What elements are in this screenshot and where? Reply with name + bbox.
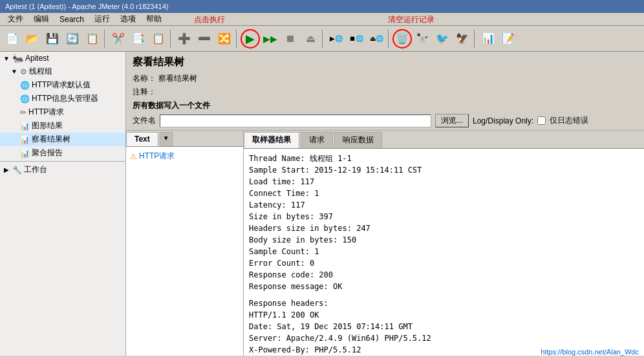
run-no-pause-button[interactable]: ▶▶	[261, 29, 280, 49]
text-tree-content: ⚠ HTTP请求	[126, 147, 243, 356]
errors-checkbox[interactable]	[537, 116, 546, 125]
tab-response-data[interactable]: 响应数据	[334, 132, 382, 148]
expand-button[interactable]: ➕	[175, 29, 194, 49]
result-line	[249, 292, 639, 298]
paste-button[interactable]: 📋	[149, 29, 168, 49]
log-viewer-button[interactable]: 🐦	[433, 29, 452, 49]
right-panel: 察看结果树 名称： 察看结果树 注释： 所有数据写入一个文件 文件名 浏览...…	[126, 52, 644, 356]
result-line: Response message: OK	[249, 281, 639, 292]
result-line: Latency: 117	[249, 199, 639, 211]
aggregate-icon: 📊	[20, 149, 30, 158]
remote-start-button[interactable]: ▶🌐	[327, 29, 346, 49]
menu-item-run[interactable]: 运行	[89, 12, 115, 26]
remote-stop-button[interactable]: ⏹🌐	[347, 29, 366, 49]
footer: https://blog.csdn.net/Alan_Wdc	[541, 348, 639, 356]
clear-button[interactable]: 🗑️	[392, 29, 412, 49]
result-line: Sample Count: 1	[249, 246, 639, 257]
run-button[interactable]: ▶	[241, 29, 260, 49]
log-errors-button[interactable]: 📝	[499, 29, 518, 49]
tree-item-workbench[interactable]: ▶ 🔧 工作台	[0, 163, 125, 177]
result-line: Sample Start: 2015-12-19 15:14:11 CST	[249, 164, 639, 176]
http-request-tree-node[interactable]: ⚠ HTTP请求	[129, 149, 241, 163]
templates-button[interactable]: 📋	[83, 29, 102, 49]
tree-expand-apitest: ▼	[3, 55, 10, 62]
collapse-button[interactable]: ➖	[195, 29, 214, 49]
main-area: ▼ 🐜 Apitest ▼ ⚙ 线程组 🌐 HTTP请求默认值 🌐 HTTP信息…	[0, 52, 644, 356]
shutdown-button[interactable]: ⏏	[301, 29, 320, 49]
thread-icon: ⚙	[20, 67, 27, 76]
workbench-icon: ▶	[3, 166, 10, 173]
sep4	[322, 30, 325, 48]
tree-item-apitest[interactable]: ▼ 🐜 Apitest	[0, 52, 125, 65]
tree-item-http-header[interactable]: 🌐 HTTP信息头管理器	[0, 92, 125, 105]
menu-bar: 文件 编辑 Search 运行 选项 帮助	[0, 13, 644, 26]
result-line: Headers size in bytes: 247	[249, 222, 639, 234]
remote-shutdown-button[interactable]: ⏏🌐	[367, 29, 386, 49]
tab-text[interactable]: Text	[126, 132, 158, 146]
http-header-icon: 🌐	[20, 94, 30, 103]
results-content: Thread Name: 线程组 1-1Sample Start: 2015-1…	[244, 149, 644, 356]
apitest-label: Apitest	[25, 54, 49, 63]
menu-item-help[interactable]: 帮助	[141, 12, 167, 26]
aggregate-label: 聚合报告	[32, 147, 63, 158]
open-button[interactable]: 📂	[23, 29, 42, 49]
tree-item-graph-result[interactable]: 📊 图形结果	[0, 119, 125, 133]
file-input[interactable]	[160, 114, 431, 127]
footer-url: https://blog.csdn.net/Alan_Wdc	[541, 348, 639, 356]
new-button[interactable]: 📄	[3, 29, 22, 49]
toolbar: 📄 📂 💾 🔄 📋 ✂️ 📑 📋 ➕ ➖ 🔀 ▶ ▶▶ ⏹ ⏏ ▶🌐 ⏹🌐 ⏏🌐…	[0, 26, 644, 52]
errors-label: 仅日志错误	[550, 115, 588, 126]
browse-button[interactable]: 浏览...	[435, 114, 469, 127]
save-button[interactable]: 💾	[43, 29, 62, 49]
window-title: Apitest (1 (Apitest)) - Apache JMeter (4…	[5, 3, 169, 10]
stop-button[interactable]: ⏹	[281, 29, 300, 49]
results-tab-bar: 取样器结果 请求 响应数据	[244, 131, 644, 149]
copy-button[interactable]: 📑	[129, 29, 148, 49]
tree-item-view-result[interactable]: 📊 察看结果树	[0, 133, 125, 146]
name-value: 察看结果树	[158, 73, 197, 84]
http-header-label: HTTP信息头管理器	[32, 93, 98, 104]
menu-item-edit[interactable]: 编辑	[28, 12, 54, 26]
apitest-icon: 🐜	[12, 53, 23, 63]
sep6	[474, 30, 477, 48]
graph-result-icon: 📊	[20, 122, 30, 131]
http-defaults-icon: 🌐	[20, 81, 30, 90]
cut-button[interactable]: ✂️	[109, 29, 128, 49]
sep3	[236, 30, 239, 48]
workbench-label: 工作台	[24, 164, 47, 175]
menu-item-file[interactable]: 文件	[3, 12, 28, 26]
toggle-button[interactable]: 🔀	[215, 29, 234, 49]
comment-label: 注释：	[133, 87, 156, 98]
revert-button[interactable]: 🔄	[63, 29, 82, 49]
tree-item-aggregate[interactable]: 📊 聚合报告	[0, 146, 125, 160]
content-area: Text ▼ ⚠ HTTP请求 取样器结果	[126, 131, 644, 356]
result-line: Error Count: 0	[249, 257, 639, 269]
http-request-icon: ✏	[20, 108, 27, 117]
result-line: Response code: 200	[249, 269, 639, 281]
tree-item-http-defaults[interactable]: 🌐 HTTP请求默认值	[0, 78, 125, 92]
tab-dropdown[interactable]: ▼	[160, 132, 173, 146]
log-display-label: Log/Display Only:	[473, 116, 533, 125]
tree-item-http-request[interactable]: ✏ HTTP请求	[0, 105, 125, 119]
menu-item-search[interactable]: Search	[54, 14, 89, 25]
result-line: Connect Time: 1	[249, 188, 639, 199]
function-helper-button[interactable]: 🦅	[453, 29, 472, 49]
list-view-button[interactable]: 📊	[478, 29, 498, 49]
tab-bar: Text ▼	[126, 131, 243, 147]
result-line: Size in bytes: 397	[249, 211, 639, 222]
panel-header: 察看结果树 名称： 察看结果树 注释： 所有数据写入一个文件 文件名 浏览...…	[126, 52, 644, 131]
tab-request[interactable]: 请求	[301, 132, 333, 148]
comment-row: 注释：	[133, 87, 638, 98]
menu-item-options[interactable]: 选项	[115, 12, 141, 26]
search-tool-button[interactable]: 🔭	[413, 29, 432, 49]
text-tree-panel: Text ▼ ⚠ HTTP请求	[126, 131, 244, 356]
sep1	[104, 30, 107, 48]
all-data-row: 所有数据写入一个文件	[133, 100, 638, 111]
file-row: 文件名 浏览... Log/Display Only: 仅日志错误	[133, 114, 638, 127]
result-line: Date: Sat, 19 Dec 2015 07:14:11 GMT	[249, 321, 639, 332]
tab-sampler-result[interactable]: 取样器结果	[244, 132, 299, 148]
sep5	[388, 30, 391, 48]
http-request-node-label: HTTP请求	[139, 151, 175, 162]
tree-item-thread-group[interactable]: ▼ ⚙ 线程组	[0, 65, 125, 78]
name-row: 名称： 察看结果树	[133, 73, 638, 84]
